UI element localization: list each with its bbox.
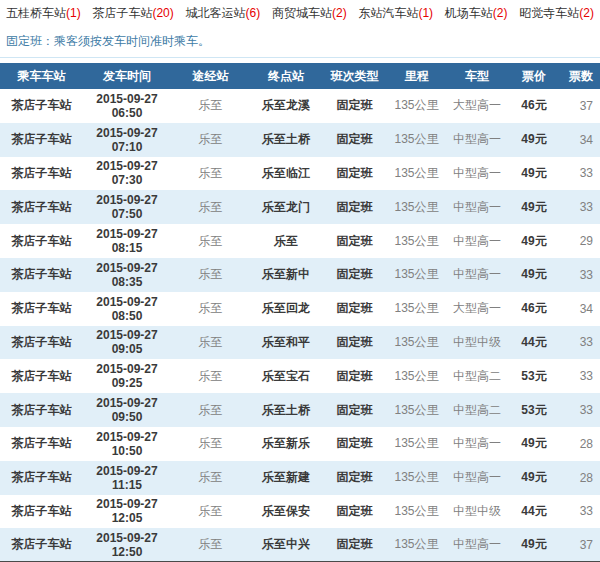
table-cell: 2015-09-27 10:50 [83,427,171,461]
table-cell: 乐至 [171,393,250,427]
table-cell: 乐至龙溪 [250,89,322,123]
table-cell: 44元 [508,495,560,529]
table-row: 茶店子车站2015-09-27 08:35乐至乐至新中固定班135公里中型高一4… [0,258,600,292]
nav-station-link-6[interactable]: 昭觉寺车站(2) [519,5,594,22]
table-cell: 茶店子车站 [0,258,83,292]
table-cell: 33 [560,393,600,427]
table-cell: 茶店子车站 [0,528,83,562]
nav-station-link-2[interactable]: 城北客运站(6) [186,5,261,22]
table-cell: 135公里 [387,224,446,258]
table-cell: 茶店子车站 [0,359,83,393]
table-cell: 大型高一 [446,292,508,326]
nav-station-link-0[interactable]: 五桂桥车站(1) [6,5,81,22]
table-cell: 135公里 [387,326,446,360]
column-header: 里程 [387,63,446,89]
table-cell: 2015-09-27 08:15 [83,224,171,258]
table-row: 茶店子车站2015-09-27 11:15乐至乐至新建固定班135公里中型高一4… [0,461,600,495]
fixed-schedule-notice: 固定班：乘客须按发车时间准时乘车。 [6,33,600,48]
bus-schedule-table: 乘车车站发车时间途经站终点站班次类型里程车型票价票数 茶店子车站2015-09-… [0,63,600,562]
table-cell: 乐至土桥 [250,123,322,157]
table-cell: 乐至 [171,292,250,326]
table-cell: 49元 [508,190,560,224]
table-cell: 37 [560,528,600,562]
table-cell: 乐至 [171,224,250,258]
table-cell: 49元 [508,157,560,191]
table-cell: 53元 [508,359,560,393]
table-cell: 茶店子车站 [0,224,83,258]
table-cell: 135公里 [387,528,446,562]
table-cell: 固定班 [322,461,387,495]
table-cell: 135公里 [387,123,446,157]
table-cell: 茶店子车站 [0,326,83,360]
table-cell: 乐至 [171,461,250,495]
table-cell: 中型高二 [446,393,508,427]
table-cell: 固定班 [322,190,387,224]
nav-station-label: 东站汽车站 [358,6,418,20]
column-header: 车型 [446,63,508,89]
table-cell: 固定班 [322,326,387,360]
nav-station-label: 城北客运站 [186,6,246,20]
table-cell: 34 [560,292,600,326]
table-header-row: 乘车车站发车时间途经站终点站班次类型里程车型票价票数 [0,63,600,89]
column-header: 发车时间 [83,63,171,89]
table-row: 茶店子车站2015-09-27 07:10乐至乐至土桥固定班135公里中型高一4… [0,123,600,157]
table-cell: 乐至 [171,495,250,529]
table-cell: 茶店子车站 [0,89,83,123]
table-cell: 2015-09-27 06:50 [83,89,171,123]
table-cell: 46元 [508,89,560,123]
table-cell: 中型高一 [446,461,508,495]
table-cell: 2015-09-27 12:50 [83,528,171,562]
table-cell: 乐至 [171,123,250,157]
table-cell: 2015-09-27 08:50 [83,292,171,326]
table-cell: 49元 [508,258,560,292]
nav-station-count: (2) [332,6,347,20]
table-cell: 135公里 [387,393,446,427]
nav-station-count: (1) [66,6,81,20]
table-cell: 中型高一 [446,157,508,191]
nav-station-link-3[interactable]: 商贸城车站(2) [272,5,347,22]
table-cell: 2015-09-27 12:05 [83,495,171,529]
column-header: 班次类型 [322,63,387,89]
nav-station-label: 昭觉寺车站 [519,6,579,20]
table-cell: 2015-09-27 09:50 [83,393,171,427]
table-cell: 固定班 [322,393,387,427]
table-cell: 固定班 [322,258,387,292]
table-cell: 28 [560,427,600,461]
table-row: 茶店子车站2015-09-27 07:50乐至乐至龙门固定班135公里中型高一4… [0,190,600,224]
table-cell: 乐至 [171,528,250,562]
table-cell: 33 [560,190,600,224]
nav-station-count: (2) [579,6,594,20]
nav-station-count: (20) [152,6,173,20]
table-cell: 乐至 [171,359,250,393]
table-cell: 49元 [508,461,560,495]
table-row: 茶店子车站2015-09-27 09:50乐至乐至土桥固定班135公里中型高二5… [0,393,600,427]
table-row: 茶店子车站2015-09-27 12:05乐至乐至保安固定班135公里中型中级4… [0,495,600,529]
table-cell: 中型高一 [446,258,508,292]
table-cell: 固定班 [322,359,387,393]
column-header: 票价 [508,63,560,89]
table-cell: 乐至宝石 [250,359,322,393]
nav-station-label: 五桂桥车站 [6,6,66,20]
table-cell: 中型中级 [446,326,508,360]
table-cell: 茶店子车站 [0,292,83,326]
table-cell: 乐至 [171,89,250,123]
table-cell: 49元 [508,427,560,461]
table-cell: 28 [560,461,600,495]
table-cell: 乐至 [171,326,250,360]
nav-station-link-4[interactable]: 东站汽车站(1) [358,5,433,22]
table-cell: 固定班 [322,495,387,529]
nav-station-label: 机场车站 [445,6,493,20]
table-cell: 33 [560,258,600,292]
table-cell: 46元 [508,292,560,326]
nav-station-link-5[interactable]: 机场车站(2) [445,5,508,22]
table-cell: 乐至 [171,190,250,224]
table-cell: 49元 [508,123,560,157]
table-cell: 乐至回龙 [250,292,322,326]
table-cell: 135公里 [387,157,446,191]
table-cell: 中型高一 [446,190,508,224]
table-cell: 29 [560,224,600,258]
nav-station-link-1[interactable]: 茶店子车站(20) [92,5,173,22]
table-cell: 中型高一 [446,528,508,562]
table-cell: 33 [560,326,600,360]
table-cell: 茶店子车站 [0,123,83,157]
